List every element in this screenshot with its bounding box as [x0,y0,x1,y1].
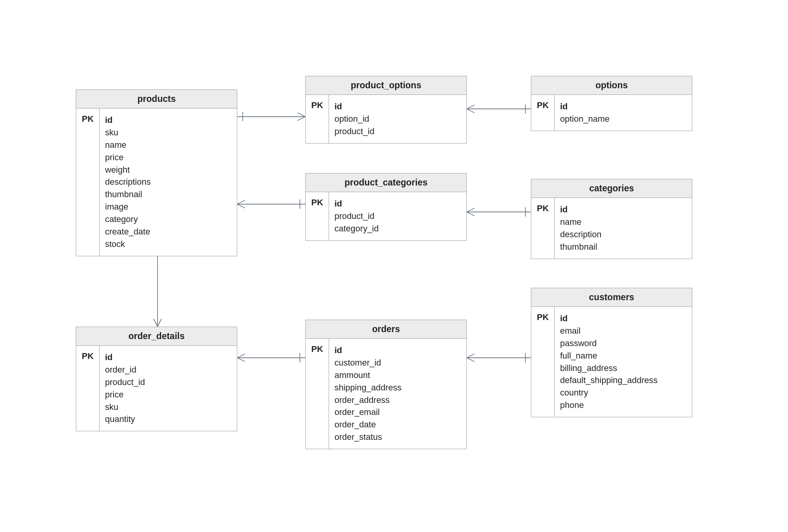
fields-column: id order_id product_id price sku quantit… [100,346,237,431]
field: category [105,213,231,226]
field: full_name [560,350,686,362]
field-pk: id [105,351,231,364]
entity-product-options: product_options PK id option_id product_… [305,76,467,144]
entity-options: options PK id option_name [531,76,692,131]
field: weight [105,164,231,176]
fields-column: id option_name [555,95,692,131]
entity-categories: categories PK id name description thumbn… [531,179,692,259]
fields-column: id sku name price weight descriptions th… [100,108,237,256]
field: thumbnail [560,241,686,253]
fields-column: id customer_id ammount shipping_address … [329,339,466,449]
entity-title: customers [531,288,692,307]
field-pk: id [560,100,686,113]
field: email [560,325,686,337]
fields-column: id product_id category_id [329,192,466,240]
field: quantity [105,413,231,425]
pk-column: PK [306,339,329,449]
field: shipping_address [334,382,461,394]
pk-column: PK [76,108,100,256]
field: price [105,151,231,164]
field: category_id [334,222,461,235]
field-pk: id [105,114,231,126]
field: product_id [334,210,461,222]
entity-title: options [531,76,692,95]
entity-products: products PK id sku name price weight des… [76,89,237,256]
fields-column: id name description thumbnail [555,198,692,259]
field: password [560,337,686,350]
entity-title: products [76,90,237,108]
entity-title: order_details [76,327,237,346]
field: descriptions [105,176,231,188]
field: product_id [334,125,461,138]
pk-column: PK [531,307,555,417]
field: customer_id [334,357,461,369]
field-pk: id [334,198,461,210]
pk-column: PK [76,346,100,431]
pk-column: PK [531,95,555,131]
field: create_date [105,226,231,238]
field-pk: id [560,312,686,325]
entity-title: categories [531,179,692,198]
pk-column: PK [531,198,555,259]
field: order_status [334,431,461,443]
field: billing_address [560,362,686,374]
entity-title: product_categories [306,173,466,192]
field: order_address [334,394,461,406]
field: ammount [334,369,461,382]
fields-column: id option_id product_id [329,95,466,143]
field: stock [105,238,231,250]
pk-column: PK [306,95,329,143]
field: price [105,388,231,401]
fields-column: id email password full_name billing_addr… [555,307,692,417]
er-diagram-canvas: products PK id sku name price weight des… [0,0,788,532]
field: sku [105,401,231,413]
field-pk: id [560,203,686,216]
entity-title: orders [306,320,466,339]
entity-product-categories: product_categories PK id product_id cate… [305,173,467,241]
field: order_email [334,406,461,418]
entity-order-details: order_details PK id order_id product_id … [76,327,237,431]
field-pk: id [334,100,461,113]
entity-orders: orders PK id customer_id ammount shippin… [305,320,467,449]
field: name [560,216,686,228]
field-pk: id [334,344,461,357]
entity-customers: customers PK id email password full_name… [531,288,692,417]
field: option_id [334,113,461,125]
field: sku [105,126,231,139]
field: country [560,387,686,399]
field: order_date [334,418,461,431]
field: description [560,228,686,241]
field: product_id [105,376,231,388]
field: default_shipping_address [560,374,686,387]
field: name [105,139,231,151]
field: image [105,201,231,213]
field: order_id [105,364,231,376]
field: option_name [560,113,686,125]
field: thumbnail [105,188,231,201]
entity-title: product_options [306,76,466,95]
pk-column: PK [306,192,329,240]
field: phone [560,399,686,411]
